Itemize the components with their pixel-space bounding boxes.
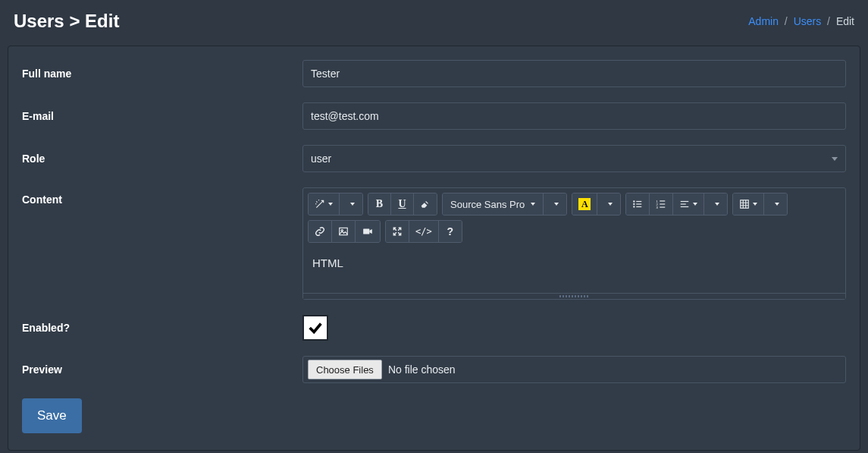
- magic-wand-icon: [315, 199, 325, 209]
- font-family-more-button[interactable]: [544, 193, 566, 215]
- svg-point-2: [633, 206, 635, 207]
- label-enabled: Enabled?: [22, 322, 295, 334]
- unordered-list-button[interactable]: [626, 193, 650, 215]
- preview-file-input[interactable]: Choose Files No file chosen: [302, 356, 846, 383]
- label-email: E-mail: [22, 110, 295, 122]
- text-color-more-button[interactable]: [597, 193, 620, 215]
- svg-rect-15: [741, 200, 749, 209]
- table-icon: [739, 199, 750, 209]
- style-dropdown-button[interactable]: [340, 193, 362, 215]
- table-button[interactable]: [733, 193, 764, 215]
- svg-rect-14: [681, 206, 689, 207]
- check-icon: [307, 319, 324, 336]
- breadcrumb-admin-link[interactable]: Admin: [748, 15, 779, 27]
- role-select[interactable]: user: [302, 145, 846, 172]
- editor-toolbar: B U Source Sans Pro A: [303, 188, 845, 247]
- list-ul-icon: [632, 199, 643, 209]
- paragraph-align-button[interactable]: [673, 193, 704, 215]
- label-preview: Preview: [22, 363, 295, 376]
- breadcrumb-users-link[interactable]: Users: [794, 15, 822, 27]
- link-icon: [315, 226, 325, 237]
- svg-rect-9: [660, 200, 666, 201]
- page-title: Users > Edit: [14, 11, 119, 32]
- role-select-value: user: [311, 153, 331, 165]
- eraser-icon: [420, 199, 431, 209]
- editor-content[interactable]: HTML: [303, 247, 845, 293]
- choose-files-button[interactable]: Choose Files: [308, 360, 382, 379]
- text-color-icon: A: [578, 198, 591, 210]
- font-family-label: Source Sans Pro: [450, 199, 525, 210]
- video-button[interactable]: [356, 221, 380, 242]
- breadcrumb-current: Edit: [836, 15, 854, 27]
- editor-resize-handle[interactable]: [303, 293, 845, 299]
- bold-button[interactable]: B: [368, 193, 391, 215]
- fullscreen-icon: [392, 226, 403, 237]
- video-icon: [362, 226, 374, 237]
- svg-rect-11: [660, 207, 666, 208]
- svg-text:3: 3: [656, 206, 659, 209]
- image-button[interactable]: [332, 221, 356, 242]
- file-status-text: No file chosen: [388, 363, 456, 376]
- label-content: Content: [22, 187, 295, 206]
- ordered-list-button[interactable]: 123: [650, 193, 673, 215]
- list-ol-icon: 123: [656, 199, 666, 209]
- eraser-button[interactable]: [414, 193, 437, 215]
- breadcrumb-sep: /: [824, 15, 833, 27]
- magic-button[interactable]: [309, 193, 340, 215]
- enabled-checkbox[interactable]: [302, 315, 328, 341]
- chevron-down-icon: [832, 157, 838, 161]
- breadcrumb-sep: /: [782, 15, 791, 27]
- svg-point-1: [633, 203, 635, 205]
- svg-rect-4: [637, 203, 642, 204]
- align-icon: [679, 199, 690, 209]
- svg-rect-13: [681, 203, 686, 204]
- image-icon: [338, 226, 349, 237]
- svg-rect-12: [681, 201, 689, 202]
- full-name-input[interactable]: [302, 60, 846, 87]
- svg-rect-18: [363, 229, 369, 234]
- svg-rect-10: [660, 203, 666, 204]
- svg-point-0: [633, 200, 635, 202]
- link-button[interactable]: [309, 221, 332, 242]
- edit-user-panel: Full name E-mail Role user Content: [8, 46, 860, 451]
- breadcrumb: Admin / Users / Edit: [748, 15, 854, 27]
- label-role: Role: [22, 153, 295, 165]
- svg-rect-5: [637, 206, 642, 207]
- paragraph-more-button[interactable]: [704, 193, 727, 215]
- svg-rect-3: [637, 201, 642, 202]
- code-view-button[interactable]: </>: [409, 221, 439, 242]
- fullscreen-button[interactable]: [386, 221, 409, 242]
- table-more-button[interactable]: [764, 193, 787, 215]
- rich-text-editor: B U Source Sans Pro A: [302, 187, 846, 300]
- text-color-button[interactable]: A: [572, 193, 597, 215]
- save-button[interactable]: Save: [22, 398, 82, 433]
- email-input[interactable]: [302, 102, 846, 130]
- help-button[interactable]: ?: [439, 221, 462, 242]
- font-family-button[interactable]: Source Sans Pro: [443, 193, 544, 215]
- label-full-name: Full name: [22, 68, 295, 80]
- underline-button[interactable]: U: [391, 193, 414, 215]
- svg-rect-16: [340, 228, 348, 234]
